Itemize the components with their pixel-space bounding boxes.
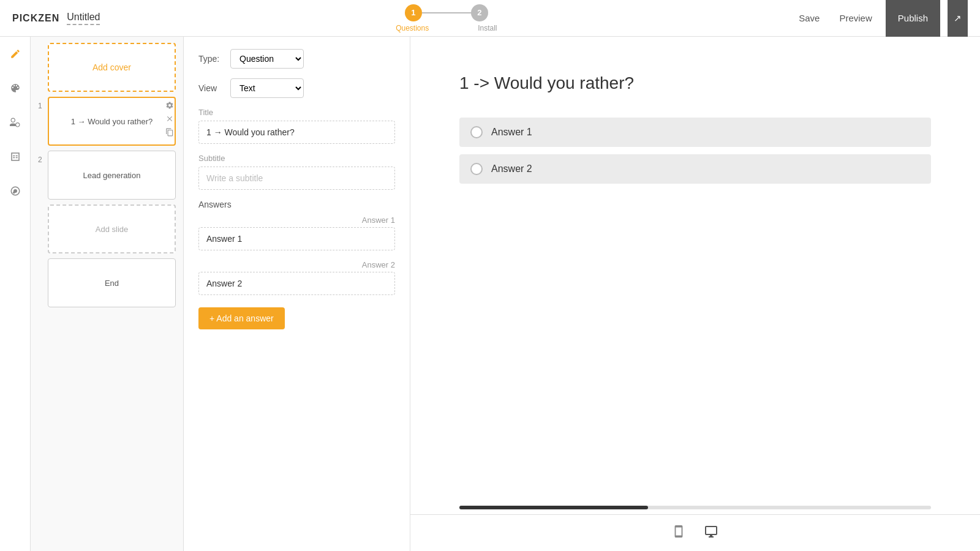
view-select[interactable]: Text (230, 78, 304, 98)
mobile-icon[interactable] (672, 525, 685, 541)
brand-logo: PICKZEN (12, 13, 59, 24)
steps-row: 1 2 (405, 4, 488, 21)
step-1-label: Questions (396, 24, 429, 32)
topbar-center: 1 2 Questions Install (396, 4, 497, 32)
share-button[interactable]: ↗ (948, 0, 968, 37)
slide-1-settings-btn[interactable] (164, 99, 176, 111)
add-cover-button[interactable]: Add cover (48, 43, 176, 92)
slide-item-add: Add slide (38, 204, 176, 253)
sidebar-edit-btn[interactable] (4, 43, 26, 65)
edit-panel: Type: Question View Text Title Subtitle … (184, 37, 410, 551)
preview-answer-2-text: Answer 2 (491, 163, 532, 174)
step-line (422, 12, 471, 13)
type-label: Type: (198, 54, 223, 64)
preview-content: 1 -> Would you rather? Answer 1 Answer 2 (410, 37, 980, 506)
answers-section: Answers Answer 1 Answer 2 + Add an answe… (198, 200, 395, 329)
view-label: View (198, 83, 223, 93)
preview-footer (410, 514, 980, 551)
preview-panel: 1 -> Would you rather? Answer 1 Answer 2 (410, 37, 980, 551)
add-answer-button[interactable]: + Add an answer (198, 307, 285, 329)
slide-2-card[interactable]: Lead generation (48, 151, 176, 200)
answers-label: Answers (198, 200, 395, 209)
preview-question-title: 1 -> Would you rather? (459, 73, 931, 93)
subtitle-input[interactable] (198, 167, 395, 190)
subtitle-section: Subtitle (198, 154, 395, 190)
slide-panel: Add cover 1 1 → Would you rather? 2 Lead… (31, 37, 184, 551)
answer-1-input[interactable] (198, 227, 395, 250)
type-select[interactable]: Question (230, 49, 304, 69)
end-slide-card[interactable]: End (48, 258, 176, 307)
preview-answer-1[interactable]: Answer 1 (459, 118, 931, 147)
subtitle-section-label: Subtitle (198, 154, 395, 163)
publish-button[interactable]: Publish (886, 0, 940, 37)
slide-item-2: 2 Lead generation (38, 151, 176, 200)
answer-2-group: Answer 2 (198, 260, 395, 295)
slide-1-copy-btn[interactable] (164, 126, 176, 138)
desktop-icon[interactable] (704, 524, 718, 542)
progress-bar-area (410, 506, 980, 509)
slide-item-cover: Add cover (38, 43, 176, 92)
step-2-circle[interactable]: 2 (471, 4, 488, 21)
progress-bar-bg (459, 506, 931, 509)
answer-1-number: Answer 1 (198, 216, 395, 225)
topbar-right: Save Preview Publish ↗ (793, 0, 968, 37)
share-icon: ↗ (954, 13, 962, 23)
save-button[interactable]: Save (793, 9, 826, 27)
step-1-circle[interactable]: 1 (405, 4, 422, 21)
topbar: PICKZEN Untitled 1 2 Questions Install S… (0, 0, 980, 37)
topbar-left: PICKZEN Untitled (12, 12, 100, 25)
type-field-row: Type: Question (198, 49, 395, 69)
title-section-label: Title (198, 108, 395, 117)
steps-labels: Questions Install (396, 24, 497, 32)
answer-1-group: Answer 1 (198, 216, 395, 250)
sidebar-table-btn[interactable] (4, 146, 26, 168)
view-field-row: View Text (198, 78, 395, 98)
slide-1-card[interactable]: 1 → Would you rather? (48, 97, 176, 146)
preview-answer-1-text: Answer 1 (491, 127, 532, 138)
icon-sidebar (0, 37, 31, 551)
preview-answer-2[interactable]: Answer 2 (459, 154, 931, 184)
answer-1-radio (470, 126, 483, 138)
answer-2-number: Answer 2 (198, 260, 395, 269)
add-slide-button[interactable]: Add slide (48, 204, 176, 253)
preview-button[interactable]: Preview (833, 9, 878, 27)
title-input[interactable] (198, 121, 395, 144)
sidebar-connect-btn[interactable] (4, 111, 26, 133)
answer-2-radio (470, 163, 483, 175)
step-2-label: Install (478, 24, 497, 32)
answer-2-input[interactable] (198, 272, 395, 295)
slide-1-delete-btn[interactable] (164, 113, 176, 125)
title-section: Title (198, 108, 395, 144)
slide-item-end: End (38, 258, 176, 307)
slide-item-1: 1 1 → Would you rather? (38, 97, 176, 146)
sidebar-theme-btn[interactable] (4, 77, 26, 99)
main-layout: Add cover 1 1 → Would you rather? 2 Lead… (0, 37, 980, 551)
progress-bar-fill (459, 506, 648, 509)
doc-title[interactable]: Untitled (67, 12, 100, 25)
sidebar-settings-btn[interactable] (4, 180, 26, 202)
slide-1-actions (164, 97, 176, 141)
